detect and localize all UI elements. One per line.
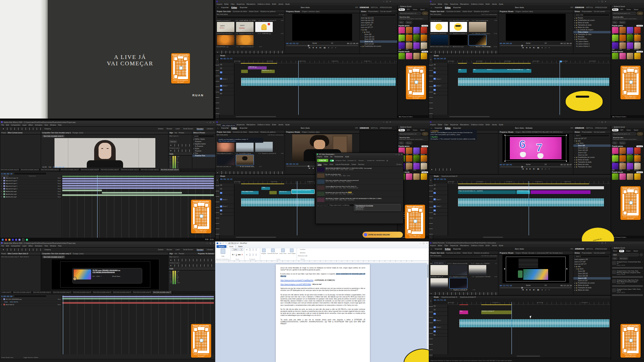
fx-folder[interactable]: ▸▣Efeitos de áudio [573, 159, 611, 161]
work-area-bar[interactable] [481, 304, 512, 305]
sort-dropdown[interactable]: Newest [405, 21, 412, 24]
workspace-libraries[interactable]: Libraries [207, 128, 213, 130]
genre-tile-pop[interactable] [612, 147, 618, 154]
pause-button[interactable]: ▮▮ [324, 46, 326, 49]
tab-voices[interactable]: Voices [412, 129, 418, 131]
tab-controles[interactable]: Controles de efeito [233, 131, 247, 133]
item-label[interactable]: Sequência aninhada 113:55 [453, 33, 474, 34]
video-clip-olive-1[interactable] [241, 70, 248, 73]
work-area-bar-2[interactable] [473, 63, 531, 64]
transform-handle[interactable] [504, 161, 505, 162]
menu-exibir[interactable]: Exibir [272, 124, 276, 126]
sfx-waveform[interactable] [612, 267, 643, 269]
item-label[interactable]: Sequência aninhada 194:06 [262, 20, 283, 21]
underline-button[interactable]: S [236, 254, 237, 256]
sfx-result[interactable]: Designed, Drone, Huge Drone From Space A… [611, 278, 644, 285]
minimize-button[interactable]: – [599, 0, 600, 2]
close-button[interactable]: × [213, 242, 214, 244]
workspace-libraries[interactable]: Libraries [207, 249, 213, 251]
home-icon[interactable]: ⌂ [217, 6, 219, 8]
adjustment-clip-white[interactable] [458, 186, 604, 189]
layer-bar-adjustment-2[interactable] [62, 180, 214, 182]
mood-tile-4[interactable] [421, 173, 427, 180]
qr-code[interactable] [408, 69, 424, 95]
audio-clip-waveform[interactable] [458, 78, 609, 86]
workspace-vertical[interactable]: VERTICAL [586, 127, 593, 129]
tab-controles[interactable]: Controles de efeito [233, 10, 247, 12]
effects-search-input[interactable]: zoom 1 [574, 134, 610, 137]
color-button[interactable]: A [242, 254, 243, 256]
genre-tile-pop[interactable] [399, 27, 405, 33]
item-label[interactable]: Matéria Sensacional SN...16:14 [453, 263, 474, 264]
close-button[interactable]: × [401, 154, 402, 155]
work-area-bar[interactable] [458, 184, 589, 184]
workspace-default[interactable]: Default [158, 249, 163, 251]
genre-label-acoustic[interactable]: Acoustic [421, 169, 427, 171]
effects-search-input[interactable]: zoom 1 [361, 13, 396, 17]
mode-importar[interactable]: Importar [435, 6, 442, 8]
workspace-aprendizagem[interactable]: APRENDIZAGEM [380, 127, 392, 129]
find-label[interactable]: Localizar [300, 249, 305, 250]
effect-preset-row[interactable]: zoom in 177 187 [360, 24, 397, 26]
track-v3-chip[interactable]: V3 [433, 184, 436, 186]
record-button[interactable]: ● [541, 289, 542, 291]
effect-preset-row[interactable]: zoom rigoletto 130 [360, 22, 397, 24]
thumb-boy-door-selected[interactable] [236, 155, 254, 165]
workspace-review[interactable]: Review [167, 128, 172, 130]
menu-editar[interactable]: Editar [438, 244, 442, 246]
home-icon[interactable]: ⌂ [431, 248, 432, 250]
mode-importar[interactable]: Importar [221, 127, 229, 129]
transfer-toast[interactable]: Transferência Concluída MELHORES... NOVO… [354, 204, 401, 211]
paragraph-buttons[interactable] [245, 249, 259, 251]
track-v2-chip[interactable]: V2 [220, 67, 222, 69]
menu-ajuda[interactable]: Ajuda [499, 244, 503, 246]
tab-propriedades[interactable]: Propriedades [582, 131, 592, 133]
comp-tab[interactable]: Sem título vinculado comp 15 [112, 291, 132, 294]
toggle-switches-label[interactable]: Toggle Switches / Modes [24, 357, 38, 358]
doc-paragraph[interactable]: Se pá que sim não sabemo ainda, sei que … [280, 294, 365, 306]
paint-drawing-label[interactable]: Desenho do Paint [267, 253, 278, 254]
monitor-timecode[interactable]: 00:02:52:12 [286, 42, 298, 44]
menu-clipe[interactable]: Clipe [444, 244, 448, 246]
tab-music[interactable]: Music [612, 250, 618, 252]
genre-tile-disco[interactable] [413, 42, 420, 49]
tab-saved[interactable]: Saved [633, 8, 639, 11]
item-label[interactable]: HQlRMkAaCNPrY_jllr2:50 [430, 276, 452, 277]
menu-view[interactable]: View [44, 124, 48, 126]
taskbar-app-icon[interactable] [8, 239, 10, 241]
thumb-tamarin-2[interactable] [236, 35, 254, 45]
maximize-button[interactable]: ▢ [601, 242, 603, 244]
preset-zoom-110-130[interactable]: Zoom 110 130 [573, 149, 611, 152]
genre-tile-classical[interactable] [421, 35, 427, 41]
tab-origem[interactable]: Origem: (nenhum clipe) [302, 10, 319, 12]
thumb-underwater[interactable] [430, 35, 448, 45]
webcam-video-frame[interactable] [54, 138, 155, 168]
comp-tab[interactable]: Sem título vinculado comp 16 [132, 291, 152, 294]
maximize-button[interactable]: ▢ [210, 242, 211, 244]
maximize-button[interactable]: ▢ [210, 121, 211, 123]
item-label[interactable]: sidwtks com_17568939...1:1 [476, 263, 497, 264]
preset-zoom-100-110[interactable]: Zoom 100 110 [573, 147, 611, 149]
menu-graficos[interactable]: Gráficos e títulos [471, 3, 484, 5]
sfx-result[interactable]: Designed, Drone, Orchestral Void, Static… [611, 260, 644, 267]
minimize-button[interactable]: – [599, 121, 600, 123]
bold-button[interactable]: N [232, 254, 233, 256]
workspace-essenciais[interactable]: ESSENCIAIS [575, 7, 584, 8]
menu-graficos[interactable]: Gráficos e títulos [471, 244, 484, 246]
transform-handle[interactable] [566, 135, 567, 136]
track-v3-chip[interactable]: V3 [433, 305, 436, 307]
project-panel-toolbar[interactable] [216, 51, 285, 54]
tab-programa[interactable]: Programa: Mixado [500, 10, 514, 12]
video-clip-teal-1[interactable]: DAL... [458, 69, 467, 73]
tab-modelos[interactable]: Modelos de gráficos [260, 131, 275, 133]
download-item[interactable]: SNOWZIN CONTA O QUE ACONTECEU DEPOIS DA … [316, 197, 403, 203]
scrollbar-thumb[interactable] [427, 264, 428, 278]
dl-menu-editar[interactable]: Editar [324, 156, 328, 158]
fx-folder[interactable]: ▸▣Transições de vídeo [573, 166, 611, 168]
tab-propriedades[interactable]: Propriedades [582, 10, 592, 12]
thumb-emoji-blush[interactable] [430, 22, 448, 32]
genre-tile-soul[interactable] [406, 163, 412, 169]
sfx-waveform[interactable] [612, 285, 643, 287]
thumb-protest-sign-1[interactable]: queroinjustiça [217, 22, 234, 32]
close-button[interactable]: × [605, 242, 606, 244]
